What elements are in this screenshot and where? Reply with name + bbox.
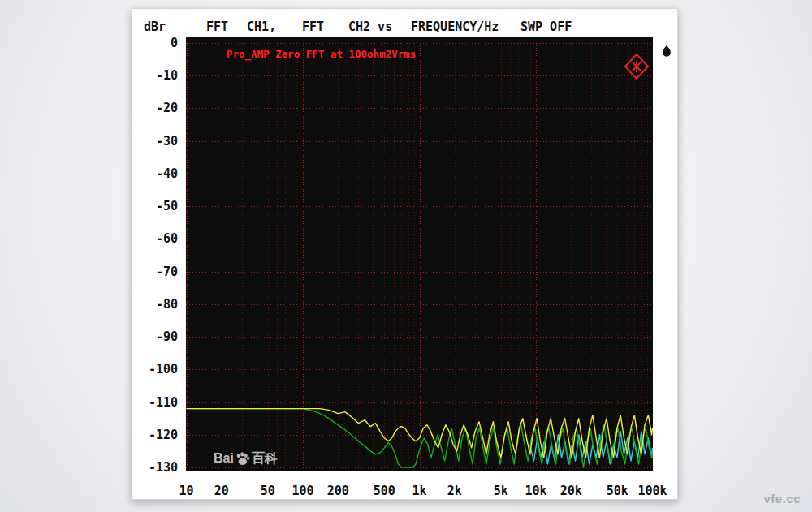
ch2-vs-label: CH2 vs xyxy=(348,19,392,34)
x-tick-label: 500 xyxy=(374,484,395,498)
y-tick-label: -90 xyxy=(137,329,178,344)
x-tick-label: 20 xyxy=(214,484,229,498)
x-tick-label: 10 xyxy=(179,484,193,498)
x-tick-label: 1k xyxy=(412,484,426,498)
x-tick-label: 100 xyxy=(292,484,313,498)
x-tick-label: 5k xyxy=(494,484,508,498)
x-tick-label: 10k xyxy=(525,484,546,498)
x-tick-label: 20k xyxy=(560,484,582,498)
x-tick-label: 50k xyxy=(607,484,628,498)
fft-ch1-label: FFT xyxy=(206,19,228,34)
y-tick-label: -40 xyxy=(137,166,178,181)
x-tick-label: 200 xyxy=(327,484,349,498)
y-tick-label: -20 xyxy=(137,101,178,115)
y-tick-label: -30 xyxy=(137,134,178,148)
y-tick-label: -100 xyxy=(137,362,178,376)
baidu-watermark: Bai 百科 xyxy=(214,450,278,467)
cursor-marker-icon xyxy=(662,45,672,57)
vendor-logo-diamond-icon xyxy=(624,54,649,80)
x-tick-label: 100k xyxy=(637,484,667,498)
analyzer-screen: dBr FFT CH1, FFT CH2 vs FREQUENCY/Hz SWP… xyxy=(132,8,678,500)
sweep-status-label: SWP OFF xyxy=(520,19,572,34)
y-tick-label: -60 xyxy=(137,231,178,246)
y-tick-label: -10 xyxy=(137,68,178,83)
y-tick-label: -50 xyxy=(137,199,178,213)
baidu-text-bai: Bai xyxy=(214,451,234,466)
y-tick-label: -130 xyxy=(137,460,178,475)
baidu-text-baike: 百科 xyxy=(252,450,278,467)
chart-canvas xyxy=(186,37,653,471)
plot-annotation: Pro_AMP Zero FFT at 100ohm2Vrms xyxy=(227,48,416,60)
fft-ch2-label: FFT xyxy=(302,19,324,34)
y-tick-label: -110 xyxy=(137,395,178,410)
plot-area: Pro_AMP Zero FFT at 100ohm2Vrms Bai 百科 xyxy=(186,37,653,471)
ch1-label: CH1, xyxy=(247,19,276,34)
site-watermark: vfe.cc xyxy=(763,492,801,506)
y-axis-tick-labels: 0-10-20-30-40-50-60-70-80-90-100-110-120… xyxy=(132,9,186,499)
y-tick-label: -80 xyxy=(137,297,178,312)
x-tick-label: 2k xyxy=(447,484,462,498)
x-tick-label: 50 xyxy=(261,484,275,498)
x-axis-tick-labels: 1020501002005001k2k5k10k20k50k100k xyxy=(132,484,677,500)
y-tick-label: -70 xyxy=(137,265,178,279)
x-axis-title: FREQUENCY/Hz xyxy=(411,19,499,34)
y-tick-label: 0 xyxy=(137,36,178,50)
paw-icon xyxy=(235,452,250,466)
y-tick-label: -120 xyxy=(137,428,178,442)
